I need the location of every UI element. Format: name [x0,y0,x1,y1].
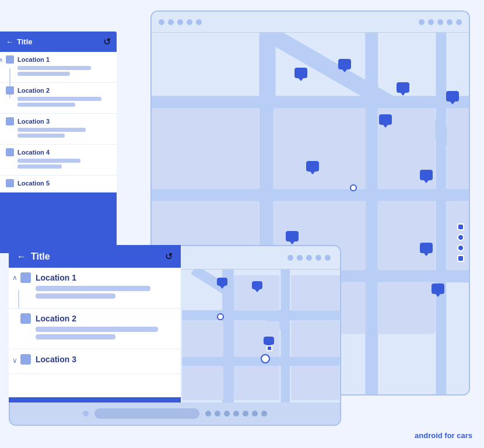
svg-rect-31 [182,366,223,400]
item-label: Location 1 [36,273,76,282]
win-dot [168,19,174,25]
location-icon [6,148,14,156]
pin-flag-icon [252,281,262,289]
svg-rect-10 [377,201,435,270]
sidebar-back-header: ← Title ↺ [0,32,117,52]
win-dot [83,411,89,416]
item-header: Location 3 [6,117,111,125]
win-dot [243,411,248,416]
win-dot [428,19,434,25]
win-dot [215,411,220,416]
front-map-pin-1 [217,278,227,286]
map-pin-6 [306,161,319,172]
ctrl-circle-2[interactable] [457,244,464,251]
back-arrow-icon[interactable]: ← [17,251,26,262]
win-dot [315,255,321,261]
front-map-pin-3 [264,337,274,345]
front-map-roads-svg [182,270,340,402]
sidebar-back-refresh-icon[interactable]: ↺ [103,36,111,47]
brand-text: android for cars [415,431,472,440]
front-bottom-dots-left [83,411,89,416]
front-map-circle-1 [217,313,224,320]
sidebar-front-list: ∧ Location 1 Location 2 ∨ Location 3 [9,268,181,397]
item-bar-1 [17,159,80,163]
win-dot [196,19,202,25]
svg-rect-30 [182,321,223,356]
item-bar-2 [17,164,62,169]
item-bar-2 [17,103,75,107]
svg-rect-29 [234,366,280,400]
item-header: Location 3 [20,354,174,365]
sidebar-front-refresh-icon[interactable]: ↺ [165,251,173,262]
location-icon [20,272,31,283]
ctrl-circle-1[interactable] [457,234,464,241]
list-item[interactable]: ∧ Location 1 [9,268,181,309]
back-window-dots-right [419,19,462,25]
item-bar-1 [17,66,91,70]
item-bar-2 [36,334,115,340]
item-header: Location 2 [20,313,174,324]
win-dot [187,19,192,25]
map-pin-7 [420,170,433,180]
item-bar-1 [36,286,150,291]
front-map-area [182,270,340,402]
svg-rect-13 [152,108,259,189]
list-item[interactable]: Location 5 [0,176,117,192]
sidebar-back-list: ∧ Location 1 Location 2 Location 3 [0,52,117,192]
win-dot [447,19,453,25]
item-header: Location 1 [6,55,111,64]
item-label: Location 2 [36,314,76,323]
sidebar-back-nav[interactable]: ← Title [6,37,33,46]
chevron-down-icon: ∨ [12,356,17,365]
list-item[interactable]: Location 2 [0,83,117,114]
list-item[interactable]: Location 3 [0,114,117,145]
item-header: Location 1 [20,272,174,283]
win-dot [177,19,183,25]
location-icon [20,313,31,324]
sidebar-back-title: Title [17,37,33,46]
list-item[interactable]: ∧ Location 1 [0,52,117,83]
list-item[interactable]: ∨ Location 3 [9,349,181,374]
svg-rect-27 [291,321,340,356]
map-pin-3 [397,82,409,93]
win-dot [306,255,312,261]
location-icon [20,354,31,365]
front-map-pin-2 [252,281,262,289]
list-item[interactable]: Location 2 [9,309,181,349]
item-bar-2 [36,293,115,299]
front-window-bottom-bar [10,402,340,425]
right-side-controls[interactable] [457,223,464,262]
pin-circle-icon [261,354,270,363]
map-pin-1 [294,68,307,78]
front-bottom-dots-right [205,411,267,416]
sidebar-front-nav[interactable]: ← Title [17,251,50,262]
svg-rect-25 [234,275,280,311]
list-item[interactable]: Location 4 [0,145,117,176]
svg-rect-28 [291,366,340,400]
ctrl-btn-2[interactable] [457,255,464,262]
item-bar-1 [17,128,86,132]
item-header: Location 2 [6,86,111,94]
front-window-dots-right [287,255,331,261]
item-label: Location 3 [17,118,50,125]
ctrl-btn-1[interactable] [457,223,464,230]
item-label: Location 2 [17,87,50,94]
pin-flag-icon [294,68,307,78]
sidebar-front-header: ← Title ↺ [9,245,181,268]
win-dot [437,19,443,25]
pin-flag-icon [446,91,459,102]
location-icon [6,55,14,64]
chevron-up-icon: ∧ [12,274,17,282]
win-dot [224,411,230,416]
svg-rect-26 [291,275,340,311]
pin-flag-icon [286,231,299,242]
win-dot [419,19,425,25]
pin-square-icon [266,345,272,351]
pin-flag-icon [379,114,392,125]
item-bar-2 [17,134,65,138]
sidebar-front-panel: ← Title ↺ ∧ Location 1 Location 2 [9,245,181,402]
pin-flag-icon [420,170,433,180]
pin-flag-icon [338,59,351,69]
back-arrow-icon[interactable]: ← [6,37,13,46]
item-divider [18,290,19,309]
